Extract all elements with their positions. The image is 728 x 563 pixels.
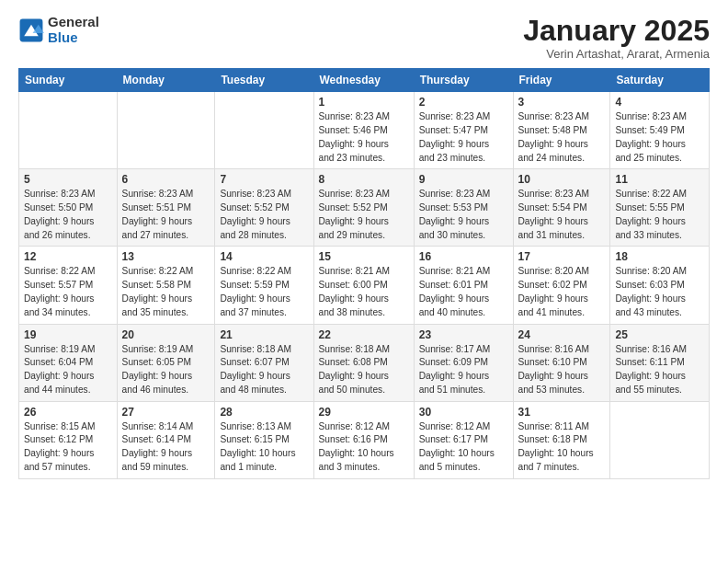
day-info: Sunrise: 8:23 AMSunset: 5:48 PMDaylight:… [518,110,606,165]
day-info: Sunrise: 8:22 AMSunset: 5:57 PMDaylight:… [24,265,112,319]
day-cell: 27Sunrise: 8:14 AMSunset: 6:14 PMDayligh… [117,401,215,478]
day-info: Sunrise: 8:23 AMSunset: 5:54 PMDaylight:… [518,188,606,242]
day-info: Sunrise: 8:14 AMSunset: 6:14 PMDaylight:… [122,420,210,475]
day-info: Sunrise: 8:16 AMSunset: 6:10 PMDaylight:… [518,343,606,397]
day-cell: 3Sunrise: 8:23 AMSunset: 5:48 PMDaylight… [513,92,610,169]
day-number: 5 [24,173,112,186]
day-cell: 28Sunrise: 8:13 AMSunset: 6:15 PMDayligh… [215,401,313,478]
day-number: 29 [319,406,409,419]
day-info: Sunrise: 8:19 AMSunset: 6:04 PMDaylight:… [24,343,112,397]
header-day-wednesday: Wednesday [313,69,414,92]
day-cell: 1Sunrise: 8:23 AMSunset: 5:46 PMDaylight… [313,92,414,169]
day-number: 31 [518,406,606,419]
calendar-body: 1Sunrise: 8:23 AMSunset: 5:46 PMDaylight… [19,92,710,479]
day-number: 7 [220,173,308,186]
day-info: Sunrise: 8:22 AMSunset: 5:59 PMDaylight:… [220,265,308,319]
day-cell: 13Sunrise: 8:22 AMSunset: 5:58 PMDayligh… [117,247,215,324]
month-title: January 2025 [523,15,710,47]
day-info: Sunrise: 8:18 AMSunset: 6:08 PMDaylight:… [319,343,409,397]
day-cell: 21Sunrise: 8:18 AMSunset: 6:07 PMDayligh… [215,324,313,401]
day-number: 1 [319,96,409,109]
day-info: Sunrise: 8:19 AMSunset: 6:05 PMDaylight:… [122,343,210,397]
day-number: 9 [419,173,508,186]
header-day-tuesday: Tuesday [215,69,313,92]
day-info: Sunrise: 8:23 AMSunset: 5:52 PMDaylight:… [319,188,409,242]
day-number: 6 [122,173,210,186]
calendar-table: SundayMondayTuesdayWednesdayThursdayFrid… [18,68,710,479]
header-day-monday: Monday [117,69,215,92]
day-cell: 17Sunrise: 8:20 AMSunset: 6:02 PMDayligh… [513,247,610,324]
day-number: 16 [419,250,508,263]
day-cell: 19Sunrise: 8:19 AMSunset: 6:04 PMDayligh… [19,324,118,401]
page: General Blue January 2025 Verin Artashat… [0,0,728,494]
header: General Blue January 2025 Verin Artashat… [18,15,710,61]
day-cell: 4Sunrise: 8:23 AMSunset: 5:49 PMDaylight… [610,92,710,169]
day-number: 25 [615,328,704,341]
day-cell [610,401,710,478]
header-row: SundayMondayTuesdayWednesdayThursdayFrid… [19,69,710,92]
day-number: 23 [419,328,508,341]
day-info: Sunrise: 8:20 AMSunset: 6:03 PMDaylight:… [615,265,704,319]
day-cell: 9Sunrise: 8:23 AMSunset: 5:53 PMDaylight… [414,169,513,247]
day-cell: 14Sunrise: 8:22 AMSunset: 5:59 PMDayligh… [215,247,313,324]
logo-blue-label: Blue [48,30,99,46]
day-info: Sunrise: 8:13 AMSunset: 6:15 PMDaylight:… [220,420,308,475]
day-number: 8 [319,173,409,186]
day-number: 24 [518,328,606,341]
day-info: Sunrise: 8:21 AMSunset: 6:00 PMDaylight:… [319,265,409,319]
day-info: Sunrise: 8:23 AMSunset: 5:46 PMDaylight:… [319,110,409,165]
day-info: Sunrise: 8:12 AMSunset: 6:17 PMDaylight:… [419,420,508,475]
day-number: 19 [24,328,112,341]
day-info: Sunrise: 8:15 AMSunset: 6:12 PMDaylight:… [24,420,112,475]
day-cell: 23Sunrise: 8:17 AMSunset: 6:09 PMDayligh… [414,324,513,401]
day-number: 2 [419,96,508,109]
day-number: 4 [615,96,704,109]
day-cell: 11Sunrise: 8:22 AMSunset: 5:55 PMDayligh… [610,169,710,247]
day-number: 14 [220,250,308,263]
day-cell: 29Sunrise: 8:12 AMSunset: 6:16 PMDayligh… [313,401,414,478]
day-cell: 12Sunrise: 8:22 AMSunset: 5:57 PMDayligh… [19,247,118,324]
header-day-sunday: Sunday [19,69,118,92]
day-cell: 6Sunrise: 8:23 AMSunset: 5:51 PMDaylight… [117,169,215,247]
day-cell: 26Sunrise: 8:15 AMSunset: 6:12 PMDayligh… [19,401,118,478]
logo-text: General Blue [48,15,99,45]
logo: General Blue [18,15,99,45]
day-number: 18 [615,250,704,263]
location-label: Verin Artashat, Ararat, Armenia [523,47,710,61]
day-info: Sunrise: 8:16 AMSunset: 6:11 PMDaylight:… [615,343,704,397]
day-cell: 31Sunrise: 8:11 AMSunset: 6:18 PMDayligh… [513,401,610,478]
day-number: 12 [24,250,112,263]
day-cell: 2Sunrise: 8:23 AMSunset: 5:47 PMDaylight… [414,92,513,169]
week-row-5: 26Sunrise: 8:15 AMSunset: 6:12 PMDayligh… [19,401,710,478]
day-number: 28 [220,406,308,419]
day-cell: 16Sunrise: 8:21 AMSunset: 6:01 PMDayligh… [414,247,513,324]
day-info: Sunrise: 8:21 AMSunset: 6:01 PMDaylight:… [419,265,508,319]
day-cell: 5Sunrise: 8:23 AMSunset: 5:50 PMDaylight… [19,169,118,247]
day-number: 20 [122,328,210,341]
calendar-header: SundayMondayTuesdayWednesdayThursdayFrid… [19,69,710,92]
day-cell [117,92,215,169]
day-info: Sunrise: 8:22 AMSunset: 5:58 PMDaylight:… [122,265,210,319]
week-row-3: 12Sunrise: 8:22 AMSunset: 5:57 PMDayligh… [19,247,710,324]
day-info: Sunrise: 8:11 AMSunset: 6:18 PMDaylight:… [518,420,606,475]
day-cell: 30Sunrise: 8:12 AMSunset: 6:17 PMDayligh… [414,401,513,478]
day-cell: 24Sunrise: 8:16 AMSunset: 6:10 PMDayligh… [513,324,610,401]
day-cell [215,92,313,169]
day-info: Sunrise: 8:23 AMSunset: 5:47 PMDaylight:… [419,110,508,165]
day-number: 30 [419,406,508,419]
logo-general-label: General [48,15,99,30]
title-block: January 2025 Verin Artashat, Ararat, Arm… [523,15,710,61]
logo-icon [18,17,44,43]
day-cell: 25Sunrise: 8:16 AMSunset: 6:11 PMDayligh… [610,324,710,401]
day-info: Sunrise: 8:17 AMSunset: 6:09 PMDaylight:… [419,343,508,397]
day-info: Sunrise: 8:18 AMSunset: 6:07 PMDaylight:… [220,343,308,397]
day-cell: 7Sunrise: 8:23 AMSunset: 5:52 PMDaylight… [215,169,313,247]
day-number: 3 [518,96,606,109]
day-number: 13 [122,250,210,263]
day-info: Sunrise: 8:23 AMSunset: 5:49 PMDaylight:… [615,110,704,165]
day-cell: 22Sunrise: 8:18 AMSunset: 6:08 PMDayligh… [313,324,414,401]
header-day-friday: Friday [513,69,610,92]
day-info: Sunrise: 8:23 AMSunset: 5:51 PMDaylight:… [122,188,210,242]
day-info: Sunrise: 8:12 AMSunset: 6:16 PMDaylight:… [319,420,409,475]
week-row-2: 5Sunrise: 8:23 AMSunset: 5:50 PMDaylight… [19,169,710,247]
